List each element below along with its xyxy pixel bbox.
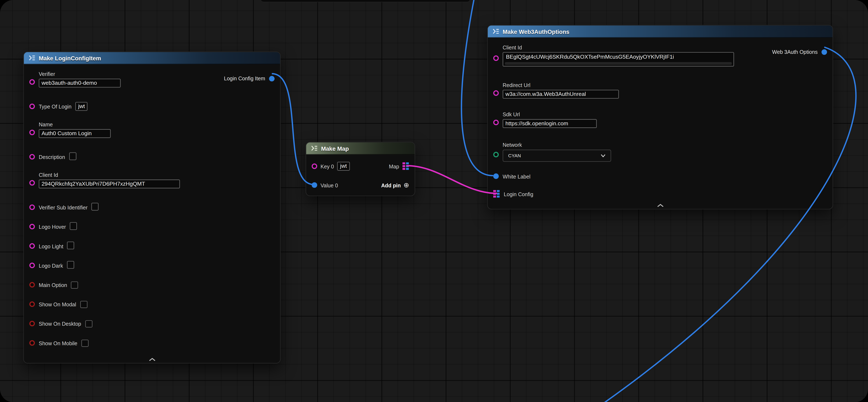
chevron-up-icon: [657, 204, 663, 207]
field-label: Show On Desktop: [39, 320, 81, 326]
field-label: Client Id: [503, 45, 734, 51]
field-label: White Label: [503, 173, 530, 179]
pin-verifier[interactable]: [29, 79, 35, 85]
pin-row-main-option: Main Option: [29, 280, 274, 289]
pin-network[interactable]: [493, 152, 499, 157]
pin-main-option[interactable]: [29, 282, 35, 287]
show-on-desktop-checkbox[interactable]: [85, 320, 92, 327]
verifier-sub-identifier-input[interactable]: [91, 203, 98, 210]
sdk-url-input[interactable]: https://sdk.openlogin.com: [503, 119, 597, 128]
type-of-login-input[interactable]: jwt: [75, 102, 88, 111]
pin-row-description: Description: [29, 152, 274, 161]
collapse-node-button[interactable]: [657, 204, 663, 207]
field-label: Logo Dark: [39, 262, 63, 268]
pin-row-logo-dark: Logo Dark: [29, 261, 274, 270]
verifier-input[interactable]: web3auth-auth0-demo: [39, 79, 121, 87]
pin-row-key0-map: Key 0 jwt Map: [312, 161, 409, 171]
description-input[interactable]: [69, 152, 76, 160]
field-label: Verifier: [39, 71, 121, 77]
pin-row-type-of-login: Type Of Login jwt: [29, 102, 274, 111]
pin-show-on-desktop[interactable]: [29, 321, 35, 326]
redirect-url-input[interactable]: w3a://com.w3a.Web3AuthUnreal: [503, 90, 619, 98]
node-title-bar[interactable]: Make LoginConfigItem: [24, 52, 280, 64]
pin-row-network: Network CYAN: [493, 142, 826, 162]
output-row-web3auth-options: Web 3Auth Options: [772, 49, 827, 55]
show-on-mobile-checkbox[interactable]: [81, 339, 88, 346]
node-make-map[interactable]: Make Map Key 0 jwt Map: [306, 142, 415, 196]
graph-canvas[interactable]: Make LoginConfigItem Login Config Item V…: [0, 0, 868, 402]
function-node-icon: [493, 28, 499, 34]
pin-name[interactable]: [29, 130, 35, 135]
client-id-text: BEglQSgt4cUWcj6SKRdu5QkOXTsePmMcusG5EAoy…: [506, 54, 674, 60]
pin-show-on-modal[interactable]: [29, 302, 35, 307]
node-title-bar[interactable]: Make Web3AuthOptions: [488, 25, 833, 38]
show-on-modal-checkbox[interactable]: [80, 301, 87, 308]
logo-hover-input[interactable]: [70, 222, 77, 230]
pin-row-logo-light: Logo Light: [29, 241, 274, 251]
client-id-input[interactable]: 294QRkchfq2YaXUbPri7D6PH7xzHgQMT: [39, 179, 180, 189]
pin-row-client-id: Client Id BEglQSgt4cUWcj6SKRdu5QkOXTsePm…: [493, 45, 826, 66]
network-selected-value: CYAN: [508, 153, 521, 158]
pin-sdk-url[interactable]: [493, 120, 499, 125]
field-label: Network: [503, 142, 611, 148]
add-pin-label: Add pin: [381, 182, 401, 188]
field-label: Key 0: [320, 163, 334, 169]
logo-light-input[interactable]: [67, 241, 74, 249]
field-label: Name: [39, 121, 111, 127]
pin-row-client-id: Client Id 294QRkchfq2YaXUbPri7D6PH7xzHgQ…: [29, 172, 274, 189]
pin-row-login-config: Login Config: [493, 190, 826, 198]
node-make-loginconfigitem[interactable]: Make LoginConfigItem Login Config Item V…: [23, 52, 281, 364]
node-title: Make Web3AuthOptions: [503, 28, 569, 35]
field-label: Show On Mobile: [39, 340, 77, 346]
network-dropdown[interactable]: CYAN: [503, 150, 611, 162]
name-input[interactable]: Auth0 Custom Login: [39, 129, 111, 138]
output-pin-label: Map: [389, 163, 399, 169]
pin-row-sdk-url: Sdk Url https://sdk.openlogin.com: [493, 111, 826, 128]
pin-redirect-url[interactable]: [493, 90, 499, 96]
pin-login-config-item-output[interactable]: [269, 76, 275, 81]
pin-type-of-login[interactable]: [29, 104, 35, 109]
pin-row-value0-addpin: Value 0 Add pin ⊕: [312, 180, 409, 190]
field-label: Redirect Url: [503, 82, 619, 88]
pin-web3auth-options-output[interactable]: [822, 49, 827, 54]
output-pin-label: Web 3Auth Options: [772, 49, 818, 55]
node-title: Make Map: [321, 145, 349, 151]
pin-row-show-on-modal: Show On Modal: [29, 300, 274, 309]
pin-client-id[interactable]: [493, 56, 499, 61]
field-label: Verifier Sub Identifier: [39, 204, 87, 210]
pin-logo-hover[interactable]: [29, 224, 35, 229]
output-pin-label: Login Config Item: [224, 75, 265, 81]
pin-logo-light[interactable]: [29, 243, 35, 249]
input-scrollbar[interactable]: [505, 62, 732, 64]
pin-client-id[interactable]: [29, 180, 35, 185]
node-title: Make LoginConfigItem: [39, 55, 101, 61]
field-label: Login Config: [504, 191, 533, 197]
collapse-node-button[interactable]: [149, 358, 155, 361]
pin-row-name: Name Auth0 Custom Login: [29, 121, 274, 138]
client-id-input[interactable]: BEglQSgt4cUWcj6SKRdu5QkOXTsePmMcusG5EAoy…: [503, 52, 734, 67]
blueprint-editor: Make LoginConfigItem Login Config Item V…: [0, 0, 868, 402]
key0-input[interactable]: jwt: [337, 162, 350, 171]
pin-row-show-on-mobile: Show On Mobile: [29, 339, 274, 347]
main-option-checkbox[interactable]: [71, 281, 78, 288]
pin-row-logo-hover: Logo Hover: [29, 222, 274, 231]
pin-verifier-sub-identifier[interactable]: [29, 204, 35, 210]
field-label: Description: [39, 154, 65, 160]
pin-white-label[interactable]: [493, 173, 499, 179]
add-pin-button[interactable]: Add pin ⊕: [381, 182, 409, 188]
field-label: Sdk Url: [503, 111, 597, 117]
field-label: Client Id: [39, 172, 180, 178]
node-make-web3authoptions[interactable]: Make Web3AuthOptions Web 3Auth Options C…: [487, 25, 833, 210]
function-node-icon: [29, 55, 35, 61]
offscreen-node-edge[interactable]: [260, 0, 470, 2]
pin-description[interactable]: [29, 154, 35, 160]
output-row-login-config-item: Login Config Item: [224, 75, 275, 81]
pin-show-on-mobile[interactable]: [29, 340, 35, 346]
wire-map-to-login-config[interactable]: [406, 166, 497, 194]
add-pin-plus-icon: ⊕: [404, 182, 409, 188]
logo-dark-input[interactable]: [67, 261, 74, 269]
pin-logo-dark[interactable]: [29, 263, 35, 268]
pin-key0[interactable]: [312, 163, 317, 169]
node-title-bar[interactable]: Make Map: [306, 142, 414, 154]
make-map-node-icon: [311, 145, 318, 151]
